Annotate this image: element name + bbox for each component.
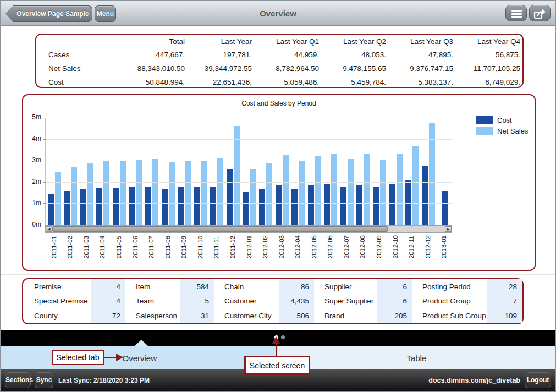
count-label: Product Group	[412, 294, 487, 309]
bar-group	[437, 118, 453, 225]
scrollbar-left-arrow[interactable]: ◀	[46, 226, 52, 232]
x-axis-label: 2012-01	[246, 235, 252, 258]
net-sales-bar[interactable]	[412, 146, 419, 225]
annotation-arrow	[104, 357, 117, 358]
bar-group	[241, 118, 258, 225]
net-sales-bar[interactable]	[380, 160, 386, 225]
net-sales-bar[interactable]	[250, 169, 256, 225]
y-axis-label: 3m	[26, 156, 41, 164]
net-sales-bar[interactable]	[136, 160, 142, 225]
net-sales-bar[interactable]	[397, 154, 403, 225]
cost-bar[interactable]	[373, 187, 379, 225]
net-sales-bar[interactable]	[152, 159, 158, 225]
net-sales-bar[interactable]	[429, 123, 435, 225]
cost-bar[interactable]	[48, 194, 54, 225]
x-axis-label: 2012-05	[311, 235, 317, 258]
net-sales-bar[interactable]	[169, 162, 175, 225]
cost-bar[interactable]	[129, 187, 135, 225]
net-sales-bar[interactable]	[87, 163, 93, 225]
hamburger-menu-button[interactable]	[505, 5, 527, 21]
y-axis-tick	[43, 118, 46, 118]
net-sales-bar[interactable]	[103, 161, 109, 225]
cost-bar[interactable]	[259, 189, 265, 225]
cost-bar[interactable]	[422, 166, 428, 225]
net-sales-bar[interactable]	[234, 126, 240, 225]
y-axis-tick	[43, 161, 46, 161]
count-label: County	[24, 308, 91, 323]
tab-table[interactable]: Table	[278, 346, 555, 369]
screen-dot[interactable]	[281, 335, 285, 339]
bar-group	[274, 118, 290, 225]
count-label: Supplier	[314, 279, 377, 294]
chart-legend: CostNet Sales	[476, 116, 528, 138]
cost-bar[interactable]	[442, 191, 448, 225]
bar-group	[420, 118, 437, 225]
net-sales-bar[interactable]	[266, 163, 272, 225]
cost-bar[interactable]	[227, 169, 233, 225]
x-axis-label: 2011-01	[51, 235, 57, 258]
cost-bar[interactable]	[276, 185, 282, 225]
chart-title: Cost and Sales by Period	[23, 100, 535, 107]
bar-group	[177, 118, 193, 225]
x-axis-label: 2012-12	[425, 235, 431, 258]
cost-bar[interactable]	[356, 185, 362, 225]
annotation-selected-tab: Selected tab	[52, 350, 104, 365]
cost-bar[interactable]	[162, 189, 168, 225]
net-sales-bar[interactable]	[283, 155, 289, 225]
cost-bar[interactable]	[113, 188, 119, 225]
cost-bar[interactable]	[194, 187, 200, 225]
cost-bar[interactable]	[178, 187, 184, 225]
section-divider	[1, 91, 555, 91]
count-label: Super Supplier	[314, 294, 377, 309]
cost-bar[interactable]	[389, 184, 395, 225]
net-sales-bar[interactable]	[55, 172, 61, 225]
summary-table: TotalLast YearLast Year Q1Last Year Q2La…	[48, 35, 520, 89]
net-sales-bar[interactable]	[348, 159, 354, 225]
server-url-text: docs.dimins.com/jc_divetab	[428, 377, 520, 384]
tab-overview[interactable]: Overview	[1, 346, 278, 369]
cost-bar[interactable]	[308, 185, 314, 225]
cost-bar[interactable]	[145, 187, 151, 225]
cost-bar[interactable]	[96, 188, 102, 225]
gridline	[46, 118, 453, 118]
sync-button[interactable]: Sync	[35, 372, 53, 388]
scrollbar-thumb[interactable]	[52, 226, 388, 232]
net-sales-bar[interactable]	[217, 158, 223, 225]
cost-bar[interactable]	[291, 189, 298, 225]
net-sales-bar[interactable]	[120, 161, 126, 225]
summary-value: 9,376,747.15	[386, 62, 453, 75]
net-sales-bar[interactable]	[331, 154, 337, 225]
x-axis-label: 2011-05	[115, 235, 122, 258]
summary-value: 5,059,486.	[252, 75, 319, 89]
y-axis-tick	[43, 203, 46, 204]
gridline	[46, 139, 453, 140]
summary-value: 88,343,010.50	[118, 62, 185, 75]
summary-row-label: Cost	[48, 75, 118, 89]
count-label: Customer City	[214, 308, 279, 323]
net-sales-bar[interactable]	[364, 154, 370, 225]
chart-plot-area: 5m4m3m2m1m0m	[45, 118, 452, 225]
chart-scrollbar[interactable]: ◀ ▶	[45, 225, 452, 233]
x-axis-label: 2011-02	[67, 235, 73, 258]
cost-bar[interactable]	[210, 187, 216, 225]
cost-bar[interactable]	[324, 184, 330, 225]
cost-bar[interactable]	[405, 180, 411, 225]
bar-group	[323, 118, 339, 225]
summary-header-row: TotalLast YearLast Year Q1Last Year Q2La…	[48, 35, 520, 48]
net-sales-bar[interactable]	[201, 161, 207, 225]
net-sales-bar[interactable]	[299, 161, 305, 225]
x-axis-label: 2011-06	[132, 235, 139, 258]
cost-bar[interactable]	[64, 191, 70, 225]
bar-group	[95, 118, 112, 225]
logout-button[interactable]: Logout	[525, 372, 551, 388]
scrollbar-right-arrow[interactable]: ▶	[445, 226, 452, 232]
y-axis-label: 5m	[26, 113, 41, 121]
cost-bar[interactable]	[243, 192, 249, 225]
cost-bar[interactable]	[340, 187, 346, 225]
net-sales-bar[interactable]	[315, 156, 321, 225]
cost-bar[interactable]	[80, 189, 86, 225]
export-button[interactable]	[529, 5, 551, 21]
net-sales-bar[interactable]	[71, 167, 77, 225]
sections-button[interactable]: Sections	[5, 372, 31, 388]
net-sales-bar[interactable]	[185, 161, 191, 225]
